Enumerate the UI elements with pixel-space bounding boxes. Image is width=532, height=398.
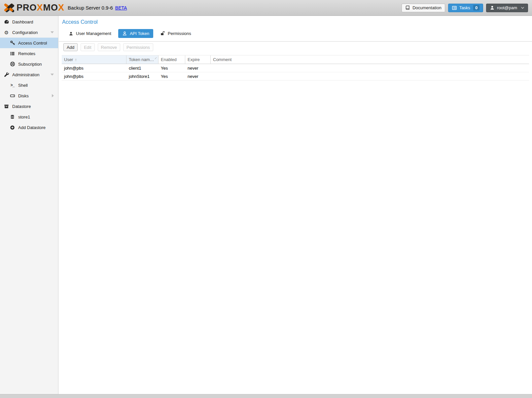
cell-expire: never — [185, 72, 211, 80]
sidebar-item-dashboard[interactable]: Dashboard — [0, 17, 58, 27]
sidebar-item-store1[interactable]: store1 — [0, 112, 58, 122]
sidebar-nav: Dashboard ⚙ Configuration Access Control… — [0, 16, 58, 394]
sidebar-item-subscription[interactable]: Subscription — [0, 59, 58, 69]
column-header-comment[interactable]: Comment — [211, 55, 529, 64]
unlock-icon — [160, 31, 165, 36]
page-title: Access Control — [59, 16, 532, 25]
top-header: PROXMOX Backup Server 0.9-6 BETA Documen… — [0, 0, 532, 16]
tab-api-token[interactable]: API Token — [118, 29, 153, 38]
tasks-count-badge: 0 — [473, 5, 479, 11]
key-icon — [9, 40, 16, 46]
sidebar-item-label: Configuration — [12, 30, 38, 35]
app-title: Backup Server 0.9-6 — [68, 5, 113, 11]
sidebar-item-administration[interactable]: Administration — [0, 69, 58, 80]
column-header-enabled[interactable]: Enabled — [159, 55, 185, 64]
user-solid-icon — [69, 31, 73, 36]
sidebar-item-label: Administration — [12, 72, 39, 77]
sidebar-item-label: Shell — [18, 83, 28, 88]
sidebar-item-label: Remotes — [18, 51, 35, 56]
sort-asc-icon: ↑ — [75, 57, 77, 62]
sidebar-item-label: Disks — [18, 93, 29, 98]
sidebar-item-label: store1 — [18, 115, 30, 119]
bottom-statusbar — [0, 394, 532, 398]
edit-button[interactable]: Edit — [81, 43, 94, 51]
cell-user: john@pbs — [62, 72, 126, 80]
archive-box-icon — [3, 104, 10, 109]
proxmox-wordmark: PROXMOX — [17, 3, 64, 12]
sidebar-item-label: Subscription — [18, 62, 42, 67]
collapse-arrow-icon[interactable] — [51, 74, 54, 76]
submenu-arrow-icon[interactable] — [52, 94, 54, 97]
list-icon — [9, 51, 16, 56]
tab-label: API Token — [130, 31, 149, 36]
truncation-mark-icon — [155, 57, 157, 59]
tab-label: User Management — [76, 31, 111, 36]
sidebar-item-add-datastore[interactable]: Add Datastore — [0, 122, 58, 133]
documentation-button[interactable]: Documentation — [402, 4, 445, 12]
sidebar-item-disks[interactable]: Disks — [0, 90, 58, 101]
add-button[interactable]: Add — [63, 43, 78, 51]
table-header-row: User ↑ Token nam… Enabled Expire Comment — [62, 55, 529, 64]
user-menu-button[interactable]: root@pam — [486, 4, 528, 12]
api-token-table: User ↑ Token nam… Enabled Expire Comment… — [62, 55, 529, 81]
column-header-expire[interactable]: Expire — [185, 55, 211, 64]
tasks-button[interactable]: Tasks 0 — [448, 4, 483, 12]
column-header-token-name[interactable]: Token nam… — [126, 55, 159, 64]
hard-drive-icon — [9, 93, 16, 98]
cell-comment — [211, 72, 529, 80]
sidebar-item-datastore[interactable]: Datastore — [0, 101, 58, 112]
cell-enabled: Yes — [159, 72, 185, 80]
tab-label: Permissions — [168, 31, 191, 36]
tab-user-management[interactable]: User Management — [65, 29, 115, 38]
cell-token: client1 — [126, 64, 159, 72]
table-row[interactable]: john@pbs johnStore1 Yes never — [62, 72, 529, 81]
cell-user: john@pbs — [62, 64, 126, 72]
beta-link[interactable]: BETA — [115, 5, 127, 11]
cell-enabled: Yes — [159, 64, 185, 72]
terminal-icon: >_ — [9, 83, 16, 87]
user-menu-label: root@pam — [497, 5, 517, 10]
user-outline-icon — [122, 31, 127, 36]
proxmox-logo: PROXMOX — [3, 3, 64, 13]
permissions-button[interactable]: Permissions — [123, 43, 153, 51]
tab-permissions[interactable]: Permissions — [156, 29, 195, 38]
dashboard-gauge-icon — [3, 19, 10, 24]
user-icon — [490, 5, 495, 10]
sidebar-item-label: Datastore — [12, 104, 31, 109]
cell-expire: never — [185, 64, 211, 72]
sidebar-item-remotes[interactable]: Remotes — [0, 48, 58, 59]
tasks-label: Tasks — [459, 5, 470, 10]
chevron-down-icon — [521, 7, 524, 9]
sidebar-item-access-control[interactable]: Access Control — [0, 38, 58, 48]
sidebar-item-label: Dashboard — [12, 19, 33, 24]
book-icon — [405, 5, 410, 10]
life-ring-icon — [9, 61, 16, 67]
wrench-icon — [3, 72, 10, 77]
task-list-icon — [452, 5, 457, 11]
collapse-arrow-icon[interactable] — [51, 31, 54, 33]
tab-bar: User Management API Token Permissions — [65, 29, 532, 38]
remove-button[interactable]: Remove — [98, 43, 120, 51]
sidebar-item-shell[interactable]: >_ Shell — [0, 80, 58, 90]
sidebar-item-label: Access Control — [18, 41, 47, 46]
plus-circle-icon — [9, 125, 16, 130]
column-header-user[interactable]: User ↑ — [62, 55, 126, 64]
grid-toolbar: Add Edit Remove Permissions — [59, 42, 532, 53]
main-panel: Access Control User Management API Token — [59, 16, 532, 394]
documentation-label: Documentation — [412, 5, 441, 10]
cell-token: johnStore1 — [126, 72, 159, 80]
database-icon — [9, 115, 16, 119]
table-row[interactable]: john@pbs client1 Yes never — [62, 64, 529, 72]
gears-icon: ⚙ — [3, 30, 10, 35]
sidebar-item-label: Add Datastore — [18, 125, 46, 130]
cell-comment — [211, 64, 529, 72]
proxmox-x-icon — [3, 3, 15, 13]
sidebar-item-configuration[interactable]: ⚙ Configuration — [0, 27, 58, 38]
